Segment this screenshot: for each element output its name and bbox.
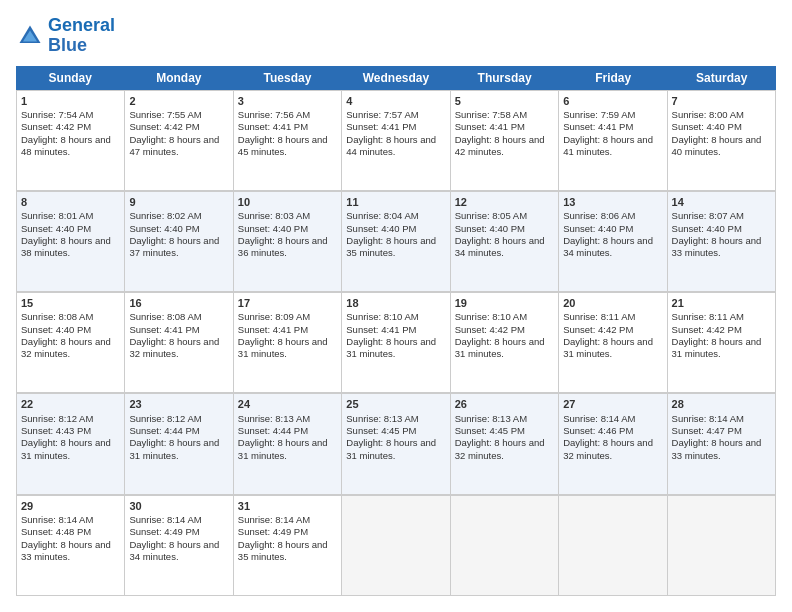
day-number: 29 xyxy=(21,499,120,513)
day-cell-14: 14Sunrise: 8:07 AMSunset: 4:40 PMDayligh… xyxy=(668,191,776,291)
sunrise-text: Sunrise: 7:56 AM xyxy=(238,109,310,120)
sunset-text: Sunset: 4:41 PM xyxy=(238,324,308,335)
day-number: 6 xyxy=(563,94,662,108)
day-number: 8 xyxy=(21,195,120,209)
sunset-text: Sunset: 4:48 PM xyxy=(21,526,91,537)
day-cell-18: 18Sunrise: 8:10 AMSunset: 4:41 PMDayligh… xyxy=(342,292,450,392)
daylight-text: Daylight: 8 hours and 35 minutes. xyxy=(238,539,328,562)
daylight-text: Daylight: 8 hours and 33 minutes. xyxy=(672,437,762,460)
day-cell-17: 17Sunrise: 8:09 AMSunset: 4:41 PMDayligh… xyxy=(234,292,342,392)
day-number: 31 xyxy=(238,499,337,513)
sunrise-text: Sunrise: 8:08 AM xyxy=(129,311,201,322)
daylight-text: Daylight: 8 hours and 45 minutes. xyxy=(238,134,328,157)
day-number: 25 xyxy=(346,397,445,411)
calendar: SundayMondayTuesdayWednesdayThursdayFrid… xyxy=(16,66,776,596)
sunset-text: Sunset: 4:40 PM xyxy=(672,223,742,234)
sunrise-text: Sunrise: 8:03 AM xyxy=(238,210,310,221)
day-number: 4 xyxy=(346,94,445,108)
day-cell-29: 29Sunrise: 8:14 AMSunset: 4:48 PMDayligh… xyxy=(17,495,125,595)
logo: General Blue xyxy=(16,16,115,56)
daylight-text: Daylight: 8 hours and 34 minutes. xyxy=(455,235,545,258)
day-number: 26 xyxy=(455,397,554,411)
sunset-text: Sunset: 4:44 PM xyxy=(129,425,199,436)
sunset-text: Sunset: 4:49 PM xyxy=(238,526,308,537)
header-day-saturday: Saturday xyxy=(667,66,776,90)
day-cell-28: 28Sunrise: 8:14 AMSunset: 4:47 PMDayligh… xyxy=(668,393,776,493)
empty-cell xyxy=(342,495,450,595)
header: General Blue xyxy=(16,16,776,56)
daylight-text: Daylight: 8 hours and 31 minutes. xyxy=(346,336,436,359)
sunrise-text: Sunrise: 8:14 AM xyxy=(129,514,201,525)
sunset-text: Sunset: 4:42 PM xyxy=(563,324,633,335)
sunrise-text: Sunrise: 8:04 AM xyxy=(346,210,418,221)
sunrise-text: Sunrise: 8:06 AM xyxy=(563,210,635,221)
sunrise-text: Sunrise: 8:13 AM xyxy=(238,413,310,424)
sunset-text: Sunset: 4:40 PM xyxy=(21,223,91,234)
sunset-text: Sunset: 4:45 PM xyxy=(346,425,416,436)
day-cell-19: 19Sunrise: 8:10 AMSunset: 4:42 PMDayligh… xyxy=(451,292,559,392)
daylight-text: Daylight: 8 hours and 31 minutes. xyxy=(238,336,328,359)
sunrise-text: Sunrise: 8:14 AM xyxy=(672,413,744,424)
sunset-text: Sunset: 4:40 PM xyxy=(455,223,525,234)
sunset-text: Sunset: 4:45 PM xyxy=(455,425,525,436)
day-cell-4: 4Sunrise: 7:57 AMSunset: 4:41 PMDaylight… xyxy=(342,90,450,190)
day-cell-24: 24Sunrise: 8:13 AMSunset: 4:44 PMDayligh… xyxy=(234,393,342,493)
sunrise-text: Sunrise: 8:09 AM xyxy=(238,311,310,322)
sunrise-text: Sunrise: 7:54 AM xyxy=(21,109,93,120)
daylight-text: Daylight: 8 hours and 33 minutes. xyxy=(21,539,111,562)
day-number: 28 xyxy=(672,397,771,411)
day-number: 1 xyxy=(21,94,120,108)
calendar-row-1: 1Sunrise: 7:54 AMSunset: 4:42 PMDaylight… xyxy=(16,90,776,191)
daylight-text: Daylight: 8 hours and 31 minutes. xyxy=(672,336,762,359)
daylight-text: Daylight: 8 hours and 31 minutes. xyxy=(21,437,111,460)
sunset-text: Sunset: 4:40 PM xyxy=(129,223,199,234)
calendar-row-3: 15Sunrise: 8:08 AMSunset: 4:40 PMDayligh… xyxy=(16,292,776,393)
daylight-text: Daylight: 8 hours and 48 minutes. xyxy=(21,134,111,157)
daylight-text: Daylight: 8 hours and 34 minutes. xyxy=(129,539,219,562)
day-cell-15: 15Sunrise: 8:08 AMSunset: 4:40 PMDayligh… xyxy=(17,292,125,392)
day-number: 17 xyxy=(238,296,337,310)
sunset-text: Sunset: 4:42 PM xyxy=(672,324,742,335)
sunrise-text: Sunrise: 8:08 AM xyxy=(21,311,93,322)
day-cell-7: 7Sunrise: 8:00 AMSunset: 4:40 PMDaylight… xyxy=(668,90,776,190)
daylight-text: Daylight: 8 hours and 38 minutes. xyxy=(21,235,111,258)
day-number: 23 xyxy=(129,397,228,411)
day-number: 21 xyxy=(672,296,771,310)
day-cell-31: 31Sunrise: 8:14 AMSunset: 4:49 PMDayligh… xyxy=(234,495,342,595)
daylight-text: Daylight: 8 hours and 36 minutes. xyxy=(238,235,328,258)
day-cell-2: 2Sunrise: 7:55 AMSunset: 4:42 PMDaylight… xyxy=(125,90,233,190)
day-cell-27: 27Sunrise: 8:14 AMSunset: 4:46 PMDayligh… xyxy=(559,393,667,493)
day-number: 12 xyxy=(455,195,554,209)
sunrise-text: Sunrise: 8:11 AM xyxy=(672,311,744,322)
day-cell-11: 11Sunrise: 8:04 AMSunset: 4:40 PMDayligh… xyxy=(342,191,450,291)
day-cell-1: 1Sunrise: 7:54 AMSunset: 4:42 PMDaylight… xyxy=(17,90,125,190)
day-cell-12: 12Sunrise: 8:05 AMSunset: 4:40 PMDayligh… xyxy=(451,191,559,291)
day-number: 16 xyxy=(129,296,228,310)
day-number: 13 xyxy=(563,195,662,209)
day-cell-22: 22Sunrise: 8:12 AMSunset: 4:43 PMDayligh… xyxy=(17,393,125,493)
calendar-row-5: 29Sunrise: 8:14 AMSunset: 4:48 PMDayligh… xyxy=(16,495,776,596)
day-number: 11 xyxy=(346,195,445,209)
sunset-text: Sunset: 4:41 PM xyxy=(455,121,525,132)
sunset-text: Sunset: 4:49 PM xyxy=(129,526,199,537)
day-number: 5 xyxy=(455,94,554,108)
empty-cell xyxy=(451,495,559,595)
sunrise-text: Sunrise: 8:05 AM xyxy=(455,210,527,221)
sunset-text: Sunset: 4:42 PM xyxy=(21,121,91,132)
day-number: 22 xyxy=(21,397,120,411)
sunset-text: Sunset: 4:40 PM xyxy=(672,121,742,132)
daylight-text: Daylight: 8 hours and 47 minutes. xyxy=(129,134,219,157)
daylight-text: Daylight: 8 hours and 37 minutes. xyxy=(129,235,219,258)
day-number: 7 xyxy=(672,94,771,108)
sunset-text: Sunset: 4:41 PM xyxy=(238,121,308,132)
daylight-text: Daylight: 8 hours and 32 minutes. xyxy=(563,437,653,460)
day-cell-9: 9Sunrise: 8:02 AMSunset: 4:40 PMDaylight… xyxy=(125,191,233,291)
calendar-row-2: 8Sunrise: 8:01 AMSunset: 4:40 PMDaylight… xyxy=(16,191,776,292)
day-cell-25: 25Sunrise: 8:13 AMSunset: 4:45 PMDayligh… xyxy=(342,393,450,493)
daylight-text: Daylight: 8 hours and 31 minutes. xyxy=(346,437,436,460)
logo-icon xyxy=(16,22,44,50)
daylight-text: Daylight: 8 hours and 34 minutes. xyxy=(563,235,653,258)
daylight-text: Daylight: 8 hours and 32 minutes. xyxy=(129,336,219,359)
logo-text: General Blue xyxy=(48,16,115,56)
sunset-text: Sunset: 4:40 PM xyxy=(563,223,633,234)
